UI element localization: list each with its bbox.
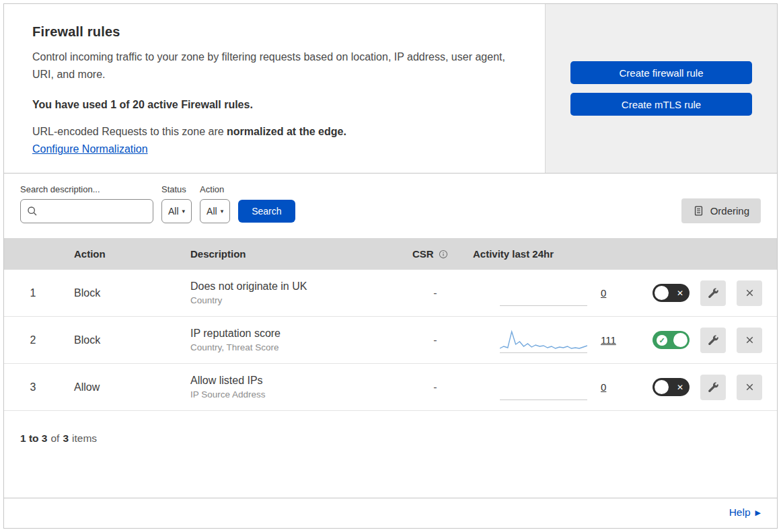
wrench-icon [707,334,719,346]
table-row: 1 Block Does not originate in UK Country… [4,270,777,317]
toggle-knob [655,380,669,394]
help-link-label: Help [729,506,751,519]
toggle-knob [655,286,669,300]
toggle-state-icon: ✓ [657,335,667,346]
action-label: Action [200,184,230,194]
rule-action: Allow [62,381,180,393]
rule-controls: ✓ [646,328,777,353]
rule-enabled-toggle[interactable]: ✕ [653,284,690,302]
column-header-action: Action [62,248,180,260]
table-row: 3 Allow Allow listed IPs IP Source Addre… [4,364,777,411]
ordering-button-label: Ordering [710,205,749,217]
info-icon[interactable] [439,250,448,259]
actions-panel: Create firewall rule Create mTLS rule [545,4,777,173]
search-input[interactable] [20,199,153,223]
rule-activity-cell: 0 [466,280,646,306]
delete-rule-button[interactable] [737,375,762,400]
activity-sparkline [500,375,587,400]
help-link[interactable]: Help ▶ [729,506,761,519]
wrench-icon [707,287,719,299]
items-range: 1 to 3 [20,432,47,445]
rule-controls: ✕ [646,375,777,400]
page-description: Control incoming traffic to your zone by… [32,48,517,83]
table-header-row: Action Description CSR Activity last 24h… [4,238,777,270]
action-dropdown-value: All [207,206,217,217]
rule-controls: ✕ [646,280,777,306]
pagination-summary: 1 to 3 of 3 items [4,411,777,498]
activity-count-link[interactable]: 0 [601,381,616,393]
rule-description[interactable]: IP reputation score [190,328,404,340]
rule-criteria: IP Source Address [190,389,404,400]
rule-enabled-toggle[interactable]: ✕ [653,378,690,396]
configure-normalization-link[interactable]: Configure Normalization [32,143,148,155]
rule-enabled-toggle[interactable]: ✓ [653,331,690,349]
rule-activity-cell: 0 [466,375,646,400]
csr-header-label: CSR [412,248,434,260]
rules-table: Action Description CSR Activity last 24h… [4,238,777,411]
rule-csr-value: - [404,287,466,299]
create-firewall-rule-button[interactable]: Create firewall rule [570,61,752,84]
search-group: Search description... [20,184,153,223]
activity-count-link[interactable]: 111 [601,334,616,346]
help-arrow-icon: ▶ [755,509,761,517]
normalization-note: URL-encoded Requests to this zone are no… [32,126,525,138]
close-icon [744,381,755,393]
delete-rule-button[interactable] [737,328,762,353]
toggle-state-icon: ✕ [677,383,683,392]
search-button[interactable]: Search [238,200,295,223]
rule-description[interactable]: Allow listed IPs [190,375,404,387]
action-filter-group: Action All ▾ [200,184,230,223]
rule-priority: 3 [4,381,62,393]
help-bar: Help ▶ [4,498,777,528]
header-content: Firewall rules Control incoming traffic … [4,4,545,173]
chevron-down-icon: ▾ [182,208,186,215]
rule-description[interactable]: Does not originate in UK [190,280,404,293]
column-header-description: Description [180,248,404,260]
rule-criteria: Country, Threat Score [190,342,404,352]
items-total: 3 [63,432,69,445]
rule-description-cell: Allow listed IPs IP Source Address [180,375,404,400]
items-label: items [72,432,97,445]
activity-sparkline [500,280,587,306]
status-label: Status [161,184,192,194]
edit-rule-button[interactable] [700,280,726,306]
ordering-list-icon [693,205,704,217]
rule-priority: 2 [4,334,62,346]
search-input-wrapper [20,199,153,223]
rule-csr-value: - [404,381,466,393]
edit-rule-button[interactable] [700,375,726,400]
filters-bar: Search description... Status All ▾ Actio… [4,174,777,238]
edit-rule-button[interactable] [700,328,726,353]
normalization-text: URL-encoded Requests to this zone are [32,126,227,137]
action-dropdown[interactable]: All ▾ [200,199,230,223]
close-icon [744,287,755,299]
status-filter-group: Status All ▾ [161,184,192,223]
rule-priority: 1 [4,287,62,299]
toggle-knob [673,333,687,347]
firewall-rules-card: Firewall rules Control incoming traffic … [3,3,778,529]
ordering-button[interactable]: Ordering [681,198,761,223]
close-icon [744,334,755,346]
header-section: Firewall rules Control incoming traffic … [4,4,777,174]
toggle-state-icon: ✕ [677,289,683,298]
activity-count-link[interactable]: 0 [601,287,616,299]
delete-rule-button[interactable] [737,280,762,306]
items-of-text: of [50,432,59,445]
search-icon [26,205,38,217]
rule-csr-value: - [404,334,466,346]
column-header-csr: CSR [404,248,466,260]
rule-description-cell: Does not originate in UK Country [180,280,404,305]
rule-activity-cell: 111 [466,328,646,353]
firewall-rules-page: Firewall rules Control incoming traffic … [0,0,781,532]
status-dropdown-value: All [168,206,179,217]
usage-summary: You have used 1 of 20 active Firewall ru… [32,99,525,111]
rule-description-cell: IP reputation score Country, Threat Scor… [180,328,404,352]
status-dropdown[interactable]: All ▾ [161,199,192,223]
rule-action: Block [62,287,180,299]
create-mtls-rule-button[interactable]: Create mTLS rule [570,93,752,116]
rule-criteria: Country [190,295,404,305]
rule-action: Block [62,334,180,346]
table-row: 2 Block IP reputation score Country, Thr… [4,317,777,364]
normalization-bold-text: normalized at the edge. [227,126,346,137]
page-title: Firewall rules [32,24,525,40]
